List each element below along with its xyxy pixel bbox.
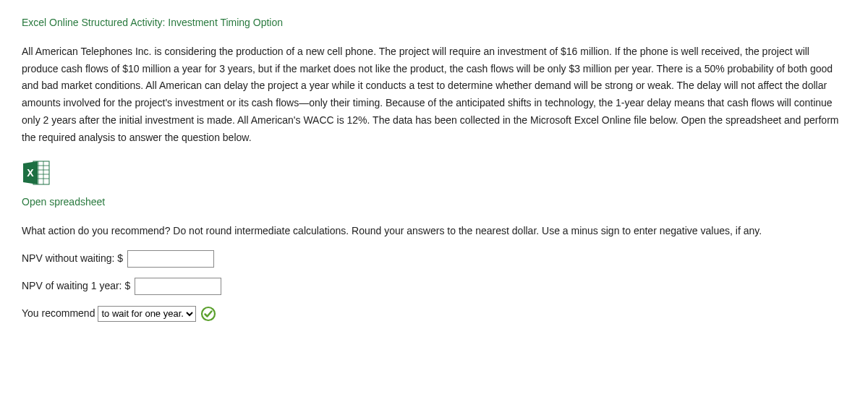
npv-without-input[interactable] [127, 250, 214, 268]
recommend-row: You recommend to wait for one year. [22, 305, 846, 323]
open-spreadsheet-link[interactable]: Open spreadsheet [22, 194, 105, 211]
recommend-label: You recommend [22, 305, 95, 323]
recommend-select[interactable]: to wait for one year. [98, 306, 196, 322]
npv-waiting-label: NPV of waiting 1 year: $ [22, 278, 130, 295]
problem-description: All American Telephones Inc. is consider… [22, 43, 846, 147]
svg-text:X: X [27, 167, 34, 179]
excel-icon-wrap[interactable]: X [22, 160, 846, 192]
npv-without-row: NPV without waiting: $ [22, 250, 846, 268]
question-text: What action do you recommend? Do not rou… [22, 223, 846, 240]
npv-without-label: NPV without waiting: $ [22, 250, 123, 268]
npv-waiting-input[interactable] [135, 278, 221, 295]
activity-title: Excel Online Structured Activity: Invest… [22, 14, 846, 32]
npv-waiting-row: NPV of waiting 1 year: $ [22, 278, 846, 295]
check-icon [200, 306, 216, 322]
excel-icon: X [22, 160, 51, 186]
